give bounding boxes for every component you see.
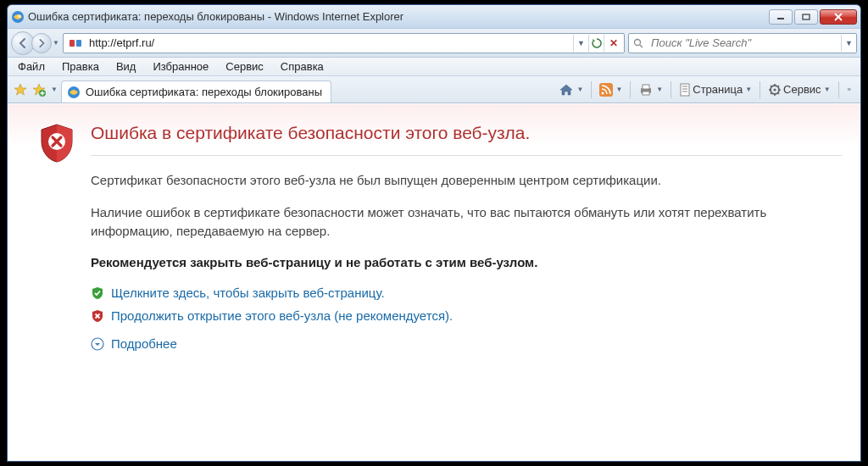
close-page-link[interactable]: Щелкните здесь, чтобы закрыть веб-страни…: [111, 286, 385, 300]
tools-menu-button[interactable]: Сервис ▼: [764, 79, 834, 101]
search-dropdown[interactable]: ▼: [841, 35, 856, 52]
svg-point-1: [18, 14, 21, 18]
separator: [591, 81, 592, 98]
close-page-row: Щелкните здесь, чтобы закрыть веб-страни…: [91, 286, 842, 300]
chevron-right-icon: »: [848, 86, 851, 93]
chevron-down-icon: ▼: [824, 86, 831, 93]
cert-body: Ошибка в сертификате безопасности этого …: [91, 123, 842, 359]
page-menu-button[interactable]: Страница ▼: [675, 79, 756, 101]
menu-file[interactable]: Файл: [9, 58, 53, 75]
home-button[interactable]: ▼: [554, 79, 587, 101]
cert-heading: Ошибка в сертификате безопасности этого …: [91, 123, 842, 156]
menu-tools[interactable]: Сервис: [217, 58, 272, 75]
svg-rect-9: [599, 83, 613, 97]
print-button[interactable]: ▼: [634, 79, 667, 101]
separator: [838, 81, 839, 98]
green-shield-icon: [91, 286, 104, 300]
window-controls: [769, 9, 857, 25]
svg-point-6: [635, 39, 641, 45]
forward-button[interactable]: [31, 33, 52, 53]
url-input[interactable]: [86, 35, 573, 51]
toolbar-overflow[interactable]: »: [843, 79, 855, 101]
svg-rect-13: [643, 92, 649, 95]
maximize-button[interactable]: [794, 9, 818, 25]
refresh-button[interactable]: [588, 35, 604, 52]
search-icon: [629, 38, 648, 48]
svg-rect-4: [70, 40, 75, 47]
continue-link[interactable]: Продолжить открытие этого веб-узла (не р…: [111, 308, 453, 323]
browser-window: Ошибка сертификата: переходы блокированы…: [7, 4, 861, 462]
page-menu-label: Страница: [693, 83, 743, 96]
shield-error-icon: [38, 123, 75, 164]
more-info-row: Подробнее: [91, 336, 842, 351]
chevron-down-icon: ▼: [656, 86, 663, 93]
cert-error-page: Ошибка в сертификате безопасности этого …: [8, 104, 860, 461]
command-bar: ▼ ▼ ▼ Страница ▼ Сервис ▼: [554, 79, 855, 101]
svg-point-16: [773, 88, 776, 91]
separator: [670, 81, 671, 98]
svg-rect-5: [76, 40, 81, 47]
close-button[interactable]: [820, 9, 857, 25]
compat-icon: [65, 37, 86, 49]
expand-icon: [91, 337, 104, 351]
window-title: Ошибка сертификата: переходы блокированы…: [28, 10, 769, 23]
chevron-down-icon: ▼: [615, 86, 622, 93]
favorites-dropdown[interactable]: ▼: [51, 86, 58, 93]
chevron-down-icon: ▼: [745, 86, 752, 93]
search-input[interactable]: [648, 35, 841, 51]
tab-title: Ошибка сертификата: переходы блокированы: [86, 86, 322, 98]
url-dropdown[interactable]: ▼: [573, 35, 588, 52]
minimize-button[interactable]: [769, 9, 793, 25]
tabbar: ▼ Ошибка сертификата: переходы блокирова…: [8, 76, 860, 103]
tools-menu-label: Сервис: [783, 83, 821, 96]
browser-tab[interactable]: Ошибка сертификата: переходы блокированы: [61, 80, 331, 103]
cert-para-2: Наличие ошибок в сертификате безопасност…: [91, 203, 842, 241]
titlebar: Ошибка сертификата: переходы блокированы…: [8, 5, 860, 29]
menu-edit[interactable]: Правка: [53, 58, 108, 75]
content-area: Ошибка в сертификате безопасности этого …: [8, 103, 860, 461]
cert-para-1: Сертификат безопасности этого веб-узла н…: [91, 171, 842, 190]
chevron-down-icon: ▼: [576, 86, 583, 93]
svg-rect-14: [681, 84, 689, 96]
feeds-button[interactable]: ▼: [595, 79, 626, 101]
address-bar[interactable]: ▼ ✕: [63, 33, 625, 53]
menu-favorites[interactable]: Избранное: [144, 58, 217, 75]
nav-row: ▼ ▼ ✕ ▼: [8, 29, 860, 58]
menu-help[interactable]: Справка: [272, 58, 332, 75]
favorites-star-icon[interactable]: [13, 82, 28, 97]
continue-row: Продолжить открытие этого веб-узла (не р…: [91, 308, 842, 323]
menubar: Файл Правка Вид Избранное Сервис Справка: [8, 58, 860, 76]
ie-icon: [11, 10, 25, 24]
add-favorites-icon[interactable]: [31, 82, 47, 97]
search-box[interactable]: ▼: [628, 33, 857, 53]
menu-view[interactable]: Вид: [108, 58, 145, 75]
svg-rect-12: [643, 85, 649, 89]
separator: [760, 81, 760, 98]
back-forward-group: ▼: [11, 31, 59, 55]
cert-recommend: Рекомендуется закрыть веб-страницу и не …: [91, 253, 842, 272]
red-shield-icon: [91, 309, 104, 323]
ie-tab-icon: [67, 86, 81, 99]
nav-history-dropdown[interactable]: ▼: [53, 39, 59, 47]
separator: [630, 81, 631, 98]
stop-button[interactable]: ✕: [604, 35, 622, 52]
svg-rect-2: [777, 18, 784, 19]
more-info-link[interactable]: Подробнее: [111, 336, 177, 351]
svg-point-10: [602, 92, 604, 94]
svg-rect-3: [803, 14, 810, 19]
